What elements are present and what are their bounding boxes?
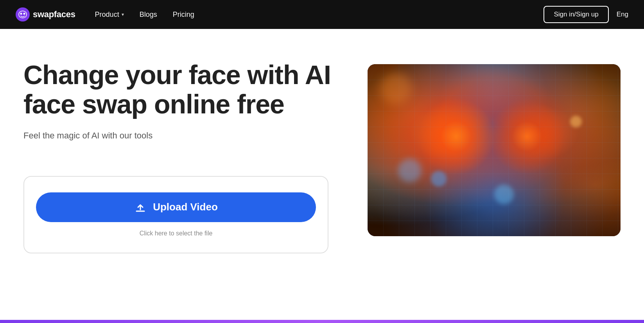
left-section: Change your face with AI face swap onlin… — [23, 60, 336, 253]
svg-point-2 — [23, 13, 25, 15]
bokeh-4 — [494, 185, 514, 204]
bokeh-3 — [380, 73, 411, 104]
nav-pricing[interactable]: Pricing — [173, 11, 194, 19]
upload-box: Upload Video Click here to select the fi… — [23, 176, 328, 253]
nav-blogs-label: Blogs — [140, 11, 157, 19]
nav-pricing-label: Pricing — [173, 11, 194, 19]
nav-product-label: Product — [95, 11, 119, 19]
right-section — [368, 60, 621, 236]
bottom-bar — [0, 320, 644, 323]
upload-icon — [134, 201, 147, 214]
language-selector[interactable]: Eng — [617, 11, 628, 18]
bokeh-1 — [398, 159, 422, 182]
bokeh-2 — [431, 171, 447, 187]
svg-point-0 — [16, 7, 30, 22]
hero-image — [368, 64, 621, 236]
bokeh-5 — [570, 116, 582, 127]
hero-title: Change your face with AI face swap onlin… — [23, 60, 336, 119]
navbar: swapfaces Product ▾ Blogs Pricing Sign i… — [0, 0, 644, 29]
upload-hint: Click here to select the file — [140, 230, 213, 237]
main-content: Change your face with AI face swap onlin… — [0, 29, 644, 323]
logo[interactable]: swapfaces — [16, 7, 75, 22]
brand-name: swapfaces — [33, 9, 75, 20]
nav-right: Sign in/Sign up Eng — [544, 6, 628, 23]
upload-video-button[interactable]: Upload Video — [36, 192, 316, 222]
sign-in-button[interactable]: Sign in/Sign up — [544, 6, 608, 23]
nav-links: Product ▾ Blogs Pricing — [95, 11, 544, 19]
chevron-down-icon: ▾ — [122, 12, 124, 17]
logo-icon — [16, 7, 30, 22]
upload-video-label: Upload Video — [153, 201, 218, 213]
nav-blogs[interactable]: Blogs — [140, 11, 157, 19]
svg-point-1 — [20, 13, 22, 15]
hero-subtitle: Feel the magic of AI with our tools — [23, 131, 336, 141]
nav-product[interactable]: Product ▾ — [95, 11, 124, 19]
